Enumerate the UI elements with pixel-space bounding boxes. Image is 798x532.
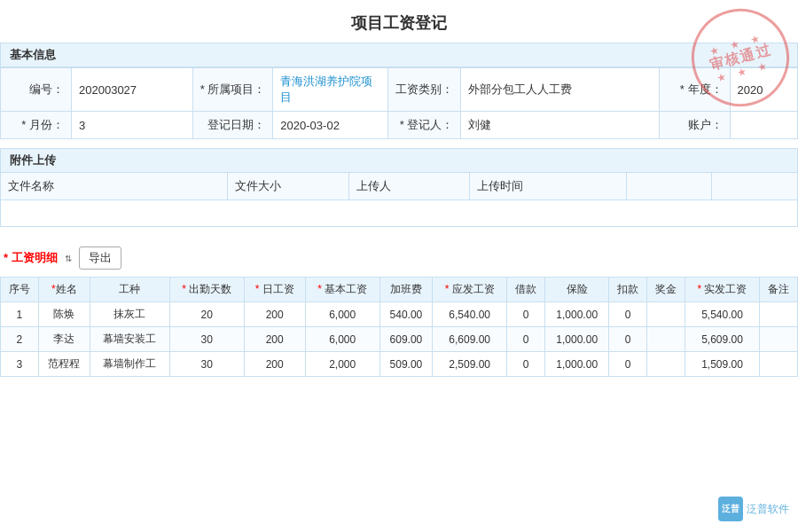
table-row: 1陈焕抹灰工202006,000540.006,540.0001,000.000… — [1, 302, 798, 327]
cell-出勤天数: 30 — [169, 327, 244, 352]
watermark: 泛普 泛普软件 — [718, 497, 789, 521]
cell-工种: 幕墙安装工 — [90, 327, 169, 352]
gz-leibie-value: 外部分包工人人工费 — [461, 68, 659, 112]
cell-日工资: 200 — [244, 352, 305, 377]
attach-col-name: 文件名称 — [1, 173, 228, 200]
cell-姓名: 陈焕 — [38, 302, 90, 327]
col-overtime: 加班费 — [379, 278, 432, 302]
cell-借款: 0 — [507, 327, 545, 352]
cell-保险: 1,000.00 — [545, 327, 609, 352]
cell-备注 — [760, 327, 798, 352]
cell-姓名: 范程程 — [38, 352, 90, 377]
cell-日工资: 200 — [244, 302, 305, 327]
cell-出勤天数: 20 — [169, 302, 244, 327]
cell-基本工资: 6,000 — [305, 302, 379, 327]
col-insurance: 保险 — [545, 278, 609, 302]
yue-fen-label: * 月份： — [1, 112, 72, 139]
cell-基本工资: 2,000 — [305, 352, 379, 377]
cell-应发工资: 6,609.00 — [433, 327, 507, 352]
cell-加班费: 540.00 — [379, 302, 432, 327]
attach-col-time: 上传时间 — [470, 173, 626, 200]
col-bonus: 奖金 — [647, 278, 685, 302]
table-row: 3范程程幕墙制作工302002,000509.002,509.0001,000.… — [1, 352, 798, 377]
nian-du-label: * 年度： — [659, 68, 730, 112]
col-name: *姓名 — [38, 278, 90, 302]
col-net-wage: * 实发工资 — [685, 278, 759, 302]
cell-保险: 1,000.00 — [545, 302, 609, 327]
zhang-hu-value — [730, 112, 797, 139]
cell-实发工资: 1,509.00 — [685, 352, 759, 377]
yue-fen-value: 3 — [72, 112, 193, 139]
suo-shu-xm-label: * 所属项目： — [192, 68, 273, 112]
watermark-text: 泛普软件 — [747, 502, 789, 517]
dj-rq-value: 2020-03-02 — [273, 112, 388, 139]
cell-实发工资: 5,540.00 — [685, 302, 759, 327]
col-base-wage: * 基本工资 — [305, 278, 379, 302]
sort-icon[interactable]: ⇅ — [65, 254, 72, 263]
cell-实发工资: 5,609.00 — [685, 327, 759, 352]
wage-toolbar: * 工资明细 ⇅ 导出 — [0, 239, 798, 277]
cell-工种: 抹灰工 — [90, 302, 169, 327]
attach-col-size: 文件大小 — [228, 173, 349, 200]
col-seq: 序号 — [1, 278, 39, 302]
cell-扣款: 0 — [609, 327, 647, 352]
cell-借款: 0 — [507, 302, 545, 327]
attach-col-uploader: 上传人 — [349, 173, 471, 200]
bian-hao-label: 编号： — [1, 68, 72, 112]
cell-日工资: 200 — [244, 327, 305, 352]
zhang-hu-label: 账户： — [659, 112, 730, 139]
attachment-columns: 文件名称 文件大小 上传人 上传时间 — [0, 173, 798, 200]
cell-借款: 0 — [507, 352, 545, 377]
dj-ren-label: * 登记人： — [388, 112, 461, 139]
cell-加班费: 609.00 — [379, 327, 432, 352]
watermark-logo: 泛普 — [718, 497, 743, 521]
attachment-empty-row — [0, 200, 798, 227]
cell-扣款: 0 — [609, 352, 647, 377]
gz-leibie-label: 工资类别： — [388, 68, 461, 112]
basic-info-table: 编号： 202003027 * 所属项目： 青海洪湖养护院项目 工资类别： 外部… — [0, 67, 798, 139]
col-remark: 备注 — [760, 278, 798, 302]
bian-hao-value: 202003027 — [72, 68, 193, 112]
cell-序号: 1 — [1, 302, 39, 327]
cell-姓名: 李达 — [38, 327, 90, 352]
col-attendance: * 出勤天数 — [169, 278, 244, 302]
suo-shu-xm-value: 青海洪湖养护院项目 — [273, 68, 388, 112]
table-row: 2李达幕墙安装工302006,000609.006,609.0001,000.0… — [1, 327, 798, 352]
col-type: 工种 — [90, 278, 169, 302]
cell-奖金 — [647, 352, 685, 377]
cell-序号: 3 — [1, 352, 39, 377]
dj-ren-value: 刘健 — [461, 112, 659, 139]
cell-应发工资: 6,540.00 — [433, 302, 507, 327]
attachment-header: 附件上传 — [0, 148, 798, 173]
col-deduct: 扣款 — [609, 278, 647, 302]
cell-出勤天数: 30 — [169, 352, 244, 377]
col-daily-wage: * 日工资 — [244, 278, 305, 302]
project-link[interactable]: 青海洪湖养护院项目 — [280, 74, 372, 104]
attach-col-extra2 — [712, 173, 797, 200]
wage-detail-label: * 工资明细 — [4, 250, 58, 266]
col-loan: 借款 — [507, 278, 545, 302]
nian-du-value: 2020 — [730, 68, 797, 112]
cell-工种: 幕墙制作工 — [90, 352, 169, 377]
export-button[interactable]: 导出 — [79, 246, 121, 270]
cell-奖金 — [647, 302, 685, 327]
col-gross-wage: * 应发工资 — [433, 278, 507, 302]
dj-rq-label: 登记日期： — [192, 112, 273, 139]
cell-加班费: 509.00 — [379, 352, 432, 377]
attach-col-extra1 — [627, 173, 713, 200]
cell-保险: 1,000.00 — [545, 352, 609, 377]
cell-基本工资: 6,000 — [305, 327, 379, 352]
cell-备注 — [760, 302, 798, 327]
cell-序号: 2 — [1, 327, 39, 352]
page-title: 项目工资登记 — [0, 0, 798, 43]
cell-奖金 — [647, 327, 685, 352]
cell-扣款: 0 — [609, 302, 647, 327]
wage-table: 序号 *姓名 工种 * 出勤天数 * 日工资 * 基本工资 加班费 * 应发工资… — [0, 277, 798, 377]
basic-info-header: 基本信息 — [0, 43, 798, 67]
cell-备注 — [760, 352, 798, 377]
cell-应发工资: 2,509.00 — [433, 352, 507, 377]
